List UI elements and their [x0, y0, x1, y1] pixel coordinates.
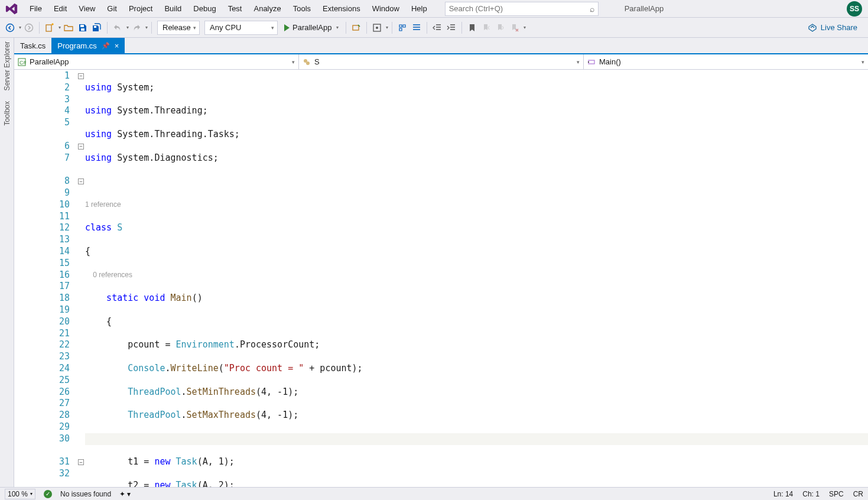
menu-git[interactable]: Git: [101, 1, 123, 16]
status-col: Ch: 1: [802, 490, 820, 498]
toolbar-button[interactable]: [396, 21, 409, 34]
svg-text:C#: C#: [19, 60, 26, 66]
dropdown-icon[interactable]: ▾: [125, 25, 129, 30]
search-icon: ⌕: [590, 4, 594, 14]
menu-test[interactable]: Test: [222, 1, 248, 16]
svg-rect-3: [80, 25, 84, 27]
side-tab-toolbox[interactable]: Toolbox: [3, 101, 11, 125]
nav-class-combo[interactable]: S: [299, 54, 584, 69]
zoom-combo[interactable]: 100 %▾: [5, 489, 35, 499]
redo-icon: [130, 21, 143, 34]
ok-icon: ✓: [44, 490, 52, 498]
menu-extensions[interactable]: Extensions: [317, 1, 366, 16]
nav-bar: C# ParallelApp S Main(): [14, 54, 868, 70]
status-spaces: SPC: [829, 490, 844, 498]
dropdown-icon[interactable]: ▾: [57, 25, 61, 30]
status-bar: 100 %▾ ✓ No issues found ✦ ▾ Ln: 14 Ch: …: [0, 487, 868, 500]
class-icon: [303, 58, 311, 66]
menu-view[interactable]: View: [73, 1, 101, 16]
svg-rect-6: [353, 25, 359, 30]
menu-window[interactable]: Window: [366, 1, 405, 16]
issues-text: No issues found: [60, 490, 111, 498]
side-tab-server-explorer[interactable]: Server Explorer: [3, 41, 11, 90]
menu-edit[interactable]: Edit: [48, 1, 73, 16]
editor-area: Task.cs Program.cs 📌 × C# ParallelApp S …: [14, 38, 868, 487]
outdent-icon[interactable]: [431, 21, 444, 34]
platform-combo[interactable]: Any CPU: [204, 21, 278, 35]
status-line: Ln: 14: [773, 490, 793, 498]
dropdown-icon[interactable]: ▾: [144, 25, 148, 30]
code-editor[interactable]: 1234567891011121314151617181920212223242…: [14, 70, 868, 487]
vs-logo-icon: [4, 2, 20, 16]
main-area: Server Explorer Toolbox Task.cs Program.…: [0, 38, 868, 487]
svg-rect-2: [46, 25, 51, 31]
search-input[interactable]: [449, 4, 590, 13]
svg-rect-13: [589, 60, 594, 64]
save-all-icon[interactable]: [90, 21, 103, 34]
tabbar: Task.cs Program.cs 📌 ×: [14, 38, 868, 54]
toolbar: ▾ ▾ ▾ ▾ Release Any CPU ParallelApp ▾ ▾ …: [0, 18, 868, 38]
save-icon[interactable]: [76, 21, 89, 34]
toolbar-button[interactable]: [410, 21, 423, 34]
indent-icon[interactable]: [445, 21, 458, 34]
config-combo[interactable]: Release: [157, 21, 200, 35]
prev-bookmark-icon: [480, 21, 493, 34]
svg-point-8: [376, 27, 378, 29]
bookmark-icon[interactable]: [466, 21, 479, 34]
menu-project[interactable]: Project: [123, 1, 158, 16]
menu-debug[interactable]: Debug: [187, 1, 222, 16]
nav-forward-icon: [22, 21, 35, 34]
tab-program-cs[interactable]: Program.cs 📌 ×: [51, 38, 125, 53]
fold-column: −−−−: [77, 70, 85, 487]
toolbar-button[interactable]: [370, 21, 383, 34]
menubar: File Edit View Git Project Build Debug T…: [0, 0, 868, 18]
live-share-button[interactable]: Live Share: [808, 23, 864, 33]
play-icon: [284, 24, 290, 31]
code-body[interactable]: using System; using System.Threading; us…: [85, 70, 868, 487]
undo-icon: [111, 21, 124, 34]
menu-help[interactable]: Help: [405, 1, 433, 16]
menu-tools[interactable]: Tools: [287, 1, 317, 16]
close-icon[interactable]: ×: [115, 41, 119, 50]
nav-member-combo[interactable]: Main(): [584, 54, 868, 69]
svg-rect-4: [81, 28, 84, 31]
svg-point-1: [25, 24, 33, 31]
line-number-gutter: 1234567891011121314151617181920212223242…: [14, 70, 77, 487]
status-crlf: CR: [853, 490, 863, 498]
csproj-icon: C#: [18, 58, 26, 66]
pin-icon[interactable]: 📌: [102, 42, 110, 50]
next-bookmark-icon: [494, 21, 507, 34]
toolbar-button[interactable]: [350, 21, 363, 34]
start-debug-button[interactable]: ParallelApp ▾: [281, 21, 342, 35]
user-avatar[interactable]: SS: [847, 1, 862, 17]
menu-build[interactable]: Build: [158, 1, 187, 16]
menu-analyze[interactable]: Analyze: [248, 1, 287, 16]
nav-back-icon[interactable]: [4, 21, 17, 34]
dropdown-icon[interactable]: ▾: [385, 25, 388, 30]
side-tabs: Server Explorer Toolbox: [0, 38, 14, 487]
svg-point-0: [6, 24, 14, 31]
menu-file[interactable]: File: [24, 1, 48, 16]
svg-point-12: [306, 61, 310, 65]
search-box[interactable]: ⌕: [445, 2, 599, 16]
new-item-icon[interactable]: [43, 21, 56, 34]
toolbar-button[interactable]: ✦ ▾: [119, 490, 131, 498]
method-icon: [587, 58, 596, 66]
open-icon[interactable]: [62, 21, 75, 34]
clear-bookmarks-icon: [508, 21, 521, 34]
svg-rect-5: [94, 26, 96, 28]
dropdown-icon[interactable]: ▾: [522, 25, 526, 30]
tab-task-cs[interactable]: Task.cs: [14, 38, 51, 53]
svg-rect-14: [588, 61, 589, 63]
dropdown-icon[interactable]: ▾: [18, 25, 21, 30]
nav-project-combo[interactable]: C# ParallelApp: [14, 54, 299, 69]
solution-name: ParallelApp: [616, 2, 672, 15]
